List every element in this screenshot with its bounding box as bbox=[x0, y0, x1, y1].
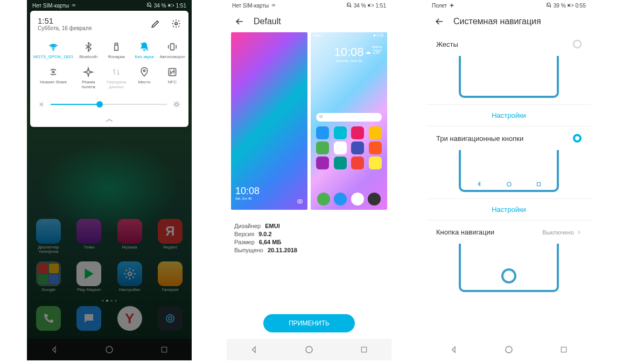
recent-icon bbox=[360, 346, 368, 353]
battery-icon bbox=[368, 2, 374, 9]
airplane-icon bbox=[83, 67, 94, 77]
svg-point-11 bbox=[175, 103, 178, 106]
tile-nfc[interactable]: NFC bbox=[158, 63, 186, 93]
chevron-up-icon bbox=[105, 118, 114, 123]
svg-rect-5 bbox=[115, 43, 118, 45]
status-bar: Нет SIM-карты 34 %1:51 bbox=[227, 0, 391, 11]
back-arrow-icon[interactable] bbox=[234, 16, 245, 27]
lockscreen-clock: 10:08 Sat, Jun 30 bbox=[235, 186, 260, 200]
status-bar: Полет 39 %0:55 bbox=[426, 0, 591, 11]
threekey-illustration bbox=[459, 150, 559, 192]
preview-homescreen[interactable]: ●●●■ 1:51 10:08 Saturday, June 30 Beijin… bbox=[311, 32, 387, 210]
svg-point-7 bbox=[52, 71, 54, 73]
tile-airplane[interactable]: Режим полета bbox=[74, 63, 102, 93]
tile-mobiledata[interactable]: Передача данных bbox=[102, 63, 130, 93]
svg-point-3 bbox=[175, 23, 178, 25]
nav-home[interactable] bbox=[495, 342, 522, 358]
quick-settings-panel: 1:51 Суббота, 16 февраля MGTS_GPON_1B21 … bbox=[30, 11, 188, 127]
navdock-illustration bbox=[459, 244, 559, 292]
home-icon bbox=[304, 345, 314, 354]
preview-lockscreen[interactable]: 10:08 Sat, Jun 30 bbox=[231, 32, 307, 210]
nav-back[interactable] bbox=[241, 342, 268, 358]
home-date: Saturday, June 30 bbox=[336, 59, 362, 62]
phone-theme: Нет SIM-карты 34 %1:51 Default 10:08 Sat… bbox=[227, 0, 391, 360]
status-bar: Нет SIM-карты 34 %1:51 bbox=[27, 0, 192, 11]
nav-bar bbox=[227, 339, 391, 360]
status-time: 1:51 bbox=[376, 3, 386, 9]
tile-autorotate[interactable]: Автоповорот bbox=[158, 38, 186, 63]
search-bar: G bbox=[316, 113, 382, 122]
tile-location[interactable]: Место bbox=[130, 63, 158, 93]
flashlight-icon bbox=[111, 41, 122, 52]
share-icon bbox=[48, 67, 59, 77]
radio-unselected[interactable] bbox=[573, 40, 582, 48]
wifi-icon bbox=[48, 41, 59, 52]
svg-rect-18 bbox=[368, 5, 370, 6]
tile-flashlight[interactable]: Фонарик bbox=[102, 38, 130, 63]
brightness-slider[interactable] bbox=[30, 96, 188, 115]
page-header: Default bbox=[227, 11, 391, 32]
settings-link[interactable]: Настройки bbox=[426, 198, 591, 220]
svg-point-21 bbox=[299, 201, 301, 202]
svg-rect-1 bbox=[169, 5, 170, 6]
svg-point-10 bbox=[40, 104, 43, 106]
recent-icon bbox=[536, 182, 541, 187]
option-gestures[interactable]: Жесты Настройки bbox=[426, 32, 591, 126]
theme-previews: 10:08 Sat, Jun 30 ●●●■ 1:51 10:08 Saturd… bbox=[227, 32, 391, 210]
mute-icon bbox=[146, 2, 152, 9]
page-title: Default bbox=[254, 17, 281, 26]
brightness-low-icon bbox=[38, 101, 45, 108]
expand-handle[interactable] bbox=[30, 115, 188, 127]
svg-rect-19 bbox=[373, 5, 374, 6]
phone-quicksettings: Нет SIM-карты 34 %1:51 1:51 Суббота, 16 … bbox=[27, 0, 192, 360]
float-button-icon bbox=[501, 268, 516, 283]
nav-bar bbox=[426, 339, 591, 360]
nav-recent[interactable] bbox=[550, 342, 577, 358]
qs-date: Суббота, 16 февраля bbox=[38, 25, 92, 31]
page-title: Системная навигация bbox=[453, 17, 541, 26]
nav-recent[interactable] bbox=[351, 342, 377, 358]
tile-huaweishare[interactable]: Huawei Share bbox=[32, 63, 74, 93]
option-label: Три навигационные кнопки bbox=[436, 134, 523, 143]
radio-selected[interactable] bbox=[573, 134, 582, 143]
option-label: Жесты bbox=[436, 40, 458, 48]
apply-button[interactable]: ПРИМЕНИТЬ bbox=[263, 314, 355, 332]
svg-point-4 bbox=[53, 49, 54, 51]
silent-icon bbox=[139, 41, 150, 52]
tile-silent[interactable]: Без звука bbox=[130, 38, 158, 63]
bluetooth-icon bbox=[83, 41, 94, 52]
edit-icon[interactable] bbox=[151, 19, 160, 29]
nfc-icon bbox=[167, 67, 178, 77]
svg-rect-2 bbox=[173, 5, 174, 6]
gear-icon[interactable] bbox=[171, 19, 181, 29]
nav-home[interactable] bbox=[296, 342, 323, 358]
mobiledata-icon bbox=[111, 67, 122, 77]
qs-time: 1:51 bbox=[38, 16, 92, 25]
back-arrow-icon[interactable] bbox=[434, 16, 445, 27]
battery-icon bbox=[168, 2, 174, 9]
option-three-key[interactable]: Три навигационные кнопки Настройки bbox=[426, 126, 591, 221]
tile-bluetooth[interactable]: Bluetooth bbox=[74, 38, 102, 63]
sim-status: Нет SIM-карты bbox=[32, 3, 69, 9]
option-navdock[interactable]: Кнопка навигации Выключено bbox=[426, 221, 591, 292]
option-label: Кнопка навигации bbox=[436, 228, 494, 236]
nav-back[interactable] bbox=[440, 342, 467, 358]
theme-info: ДизайнерEMUI Версия9.0.2 Размер6,64 МБ В… bbox=[227, 210, 391, 268]
tile-wifi[interactable]: MGTS_GPON_1B21 bbox=[32, 38, 74, 63]
svg-rect-26 bbox=[573, 5, 573, 6]
recent-icon bbox=[560, 346, 568, 353]
home-icon bbox=[504, 345, 514, 354]
flight-mode: Полет bbox=[432, 3, 447, 9]
brightness-track[interactable] bbox=[51, 104, 167, 105]
svg-rect-28 bbox=[537, 182, 541, 186]
wifi-icon bbox=[71, 2, 77, 9]
home-icon bbox=[506, 181, 512, 187]
gestures-illustration bbox=[459, 56, 559, 98]
svg-rect-30 bbox=[561, 347, 566, 352]
settings-link[interactable]: Настройки bbox=[426, 104, 591, 126]
svg-rect-20 bbox=[298, 200, 302, 203]
mute-icon bbox=[346, 2, 352, 9]
battery-pct: 34 % bbox=[154, 3, 166, 9]
weather-widget: Beijing☁ 28° bbox=[365, 45, 382, 55]
page-header: Системная навигация bbox=[426, 11, 591, 32]
